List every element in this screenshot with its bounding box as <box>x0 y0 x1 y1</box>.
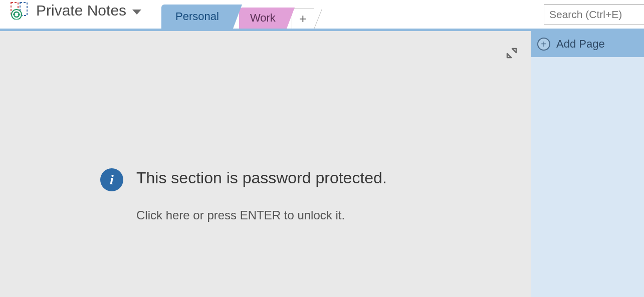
tab-personal[interactable]: Personal <box>161 5 233 29</box>
message-text: This section is password protected. Clic… <box>136 166 387 222</box>
notebook-sync-icon <box>10 2 29 20</box>
tab-label: Work <box>250 12 276 25</box>
notebook-title: Private Notes <box>36 2 126 19</box>
fullscreen-icon[interactable] <box>506 47 518 59</box>
body: i This section is password protected. Cl… <box>0 31 644 297</box>
tab-work[interactable]: Work <box>239 8 287 29</box>
search-input[interactable] <box>544 4 644 25</box>
chevron-down-icon <box>132 10 141 15</box>
notebook-selector[interactable]: Private Notes <box>0 0 151 29</box>
plus-icon: + <box>299 11 307 27</box>
locked-message: i This section is password protected. Cl… <box>100 166 471 222</box>
page-panel: + Add Page <box>531 31 644 297</box>
top-bar: Private Notes Personal Work + <box>0 0 644 31</box>
add-section-tab[interactable]: + <box>292 9 314 29</box>
info-icon: i <box>100 168 123 191</box>
section-tabs: Personal Work + <box>161 0 314 29</box>
plus-circle-icon: + <box>537 38 550 51</box>
add-page-label: Add Page <box>556 38 605 51</box>
message-heading: This section is password protected. <box>136 166 387 189</box>
message-subtext: Click here or press ENTER to unlock it. <box>136 208 387 222</box>
add-page-button[interactable]: + Add Page <box>531 31 644 57</box>
tab-label: Personal <box>175 10 219 23</box>
content-area[interactable]: i This section is password protected. Cl… <box>0 31 531 297</box>
